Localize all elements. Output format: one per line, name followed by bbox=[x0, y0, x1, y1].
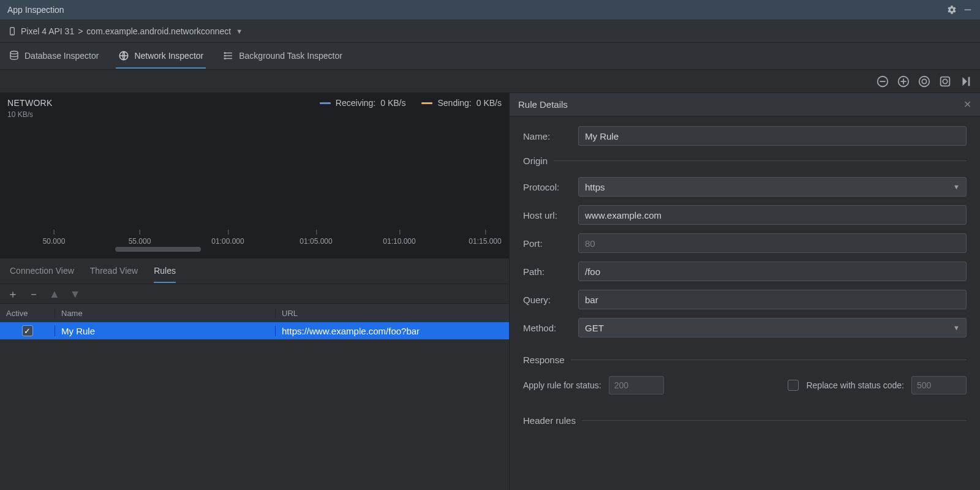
method-label: Method: bbox=[523, 323, 571, 333]
rules-toolbar: ＋ － ▲ ▼ bbox=[0, 284, 509, 304]
svg-point-16 bbox=[919, 76, 930, 86]
rules-table-header: Active Name URL bbox=[0, 304, 509, 322]
svg-point-19 bbox=[943, 79, 947, 83]
name-label: Name: bbox=[523, 131, 571, 141]
protocol-label: Protocol: bbox=[523, 182, 571, 192]
details-header: Rule Details ✕ bbox=[510, 93, 980, 116]
tab-database-inspector[interactable]: Database Inspector bbox=[6, 50, 101, 69]
replace-status-checkbox[interactable] bbox=[788, 380, 799, 391]
timeline-tick: 01:15.000 bbox=[469, 237, 501, 246]
divider bbox=[582, 420, 967, 421]
rule-active-checkbox[interactable]: ✓ bbox=[22, 325, 33, 336]
network-title: NETWORK bbox=[7, 98, 53, 108]
move-up-icon[interactable]: ▲ bbox=[49, 288, 60, 300]
network-chart-panel: NETWORK Receiving: 0 KB/s Sending: 0 KB/… bbox=[0, 93, 509, 258]
breadcrumb[interactable]: Pixel 4 API 31 > com.example.android.net… bbox=[0, 20, 980, 43]
timeline-tick: 01:05.000 bbox=[300, 237, 332, 246]
header-name[interactable]: Name bbox=[55, 309, 276, 318]
legend-sending: Sending: 0 KB/s bbox=[421, 98, 502, 108]
receiving-swatch bbox=[320, 102, 331, 104]
breadcrumb-sep: > bbox=[78, 26, 83, 36]
svg-point-8 bbox=[224, 52, 225, 53]
chevron-down-icon[interactable]: ▼ bbox=[236, 28, 243, 35]
tab-connection-view[interactable]: Connection View bbox=[10, 260, 74, 283]
path-label: Path: bbox=[523, 266, 571, 277]
gear-icon[interactable] bbox=[947, 5, 957, 15]
port-label: Port: bbox=[523, 238, 571, 249]
network-scale: 10 KB/s bbox=[7, 110, 33, 119]
lower-tabs: Connection View Thread View Rules bbox=[0, 258, 509, 284]
tab-background-task-inspector[interactable]: Background Task Inspector bbox=[221, 50, 345, 69]
header-active[interactable]: Active bbox=[0, 309, 55, 318]
inspector-tabs: Database Inspector Network Inspector Bac… bbox=[0, 43, 980, 70]
header-url[interactable]: URL bbox=[276, 309, 509, 318]
response-section-label: Response bbox=[523, 355, 565, 365]
zoom-in-icon[interactable] bbox=[897, 75, 910, 88]
close-icon[interactable]: ✕ bbox=[963, 99, 971, 110]
query-input[interactable] bbox=[578, 290, 967, 309]
tab-thread-view[interactable]: Thread View bbox=[90, 260, 138, 283]
timeline[interactable]: 50.000 55.000 01:00.000 01:05.000 01:10.… bbox=[0, 230, 509, 252]
move-down-icon[interactable]: ▼ bbox=[70, 288, 81, 300]
tab-network-inspector[interactable]: Network Inspector bbox=[116, 50, 206, 69]
timeline-tick: 01:10.000 bbox=[383, 237, 415, 246]
minimize-icon[interactable] bbox=[963, 5, 973, 15]
svg-point-10 bbox=[224, 58, 225, 59]
apply-status-label: Apply rule for status: bbox=[523, 380, 601, 390]
go-live-icon[interactable] bbox=[959, 75, 973, 88]
device-name: Pixel 4 API 31 bbox=[21, 26, 74, 36]
chevron-down-icon: ▼ bbox=[953, 183, 960, 190]
svg-point-17 bbox=[922, 79, 926, 83]
apply-status-input[interactable] bbox=[609, 376, 664, 394]
svg-rect-18 bbox=[941, 77, 950, 86]
port-input[interactable] bbox=[578, 233, 967, 253]
host-label: Host url: bbox=[523, 210, 571, 221]
path-input[interactable] bbox=[578, 262, 967, 281]
legend-receiving: Receiving: 0 KB/s bbox=[320, 98, 406, 108]
svg-point-3 bbox=[10, 51, 18, 54]
zoom-out-icon[interactable] bbox=[876, 75, 889, 88]
panel-title: App Inspection bbox=[7, 5, 64, 15]
remove-rule-button[interactable]: － bbox=[28, 288, 39, 300]
protocol-select[interactable]: https ▼ bbox=[578, 177, 967, 197]
zoom-selection-icon[interactable] bbox=[938, 75, 952, 88]
divider bbox=[571, 360, 967, 360]
replace-status-label: Replace with status code: bbox=[806, 380, 904, 390]
timeline-tick: 01:00.000 bbox=[211, 237, 244, 246]
header-rules-section-label: Header rules bbox=[523, 415, 576, 426]
svg-point-9 bbox=[224, 55, 225, 56]
divider bbox=[554, 160, 967, 161]
app-package: com.example.android.networkconnect bbox=[86, 26, 231, 36]
rule-url-cell: https://www.example.com/foo?bar bbox=[276, 326, 509, 336]
titlebar: App Inspection bbox=[0, 0, 980, 20]
tab-rules[interactable]: Rules bbox=[154, 260, 176, 283]
origin-section-label: Origin bbox=[523, 156, 548, 166]
rule-name-cell: My Rule bbox=[55, 326, 276, 336]
host-input[interactable] bbox=[578, 205, 967, 225]
device-icon bbox=[7, 26, 17, 36]
reset-zoom-icon[interactable] bbox=[918, 75, 931, 88]
timeline-tick: 55.000 bbox=[129, 237, 151, 246]
toolbar bbox=[0, 70, 980, 93]
chevron-down-icon: ▼ bbox=[953, 324, 960, 331]
add-rule-button[interactable]: ＋ bbox=[7, 288, 18, 300]
replace-status-input[interactable] bbox=[911, 376, 967, 394]
svg-rect-20 bbox=[968, 77, 970, 86]
timeline-tick: 50.000 bbox=[43, 237, 66, 246]
timeline-scrollbar[interactable] bbox=[115, 247, 201, 252]
method-select[interactable]: GET ▼ bbox=[578, 318, 967, 337]
name-input[interactable] bbox=[578, 126, 967, 146]
details-title: Rule Details bbox=[518, 99, 568, 110]
sending-swatch bbox=[421, 102, 432, 104]
table-row[interactable]: ✓ My Rule https://www.example.com/foo?ba… bbox=[0, 322, 509, 339]
query-label: Query: bbox=[523, 295, 571, 305]
